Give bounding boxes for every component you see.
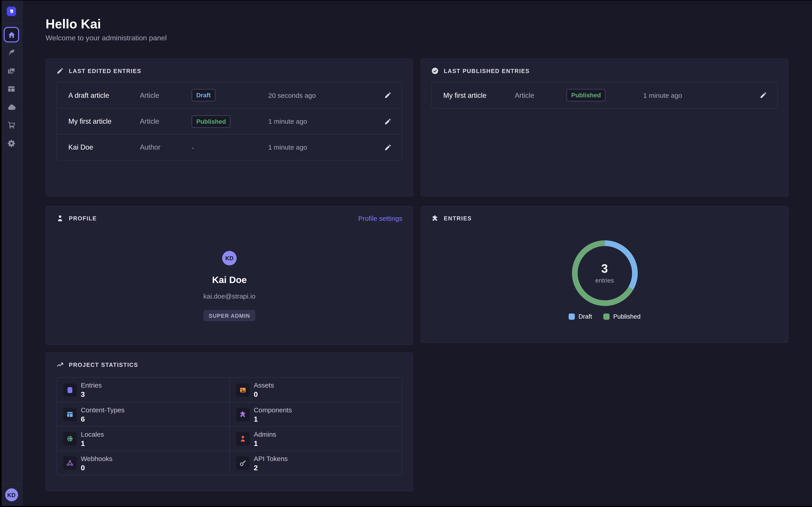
donut-center-label: 3 entries — [421, 262, 788, 284]
stat-value: 0 — [254, 390, 274, 398]
table-row[interactable]: Kai Doe Author - 1 minute ago — [57, 134, 402, 160]
sidebar-bottom: KD — [0, 483, 23, 507]
table-row[interactable]: My first article Article Published 1 min… — [432, 82, 777, 108]
stat-label: Webhooks — [81, 454, 112, 462]
entry-time: 1 minute ago — [643, 91, 760, 99]
sidebar-item-settings[interactable] — [4, 136, 19, 151]
stat-webhooks: Webhooks 0 — [57, 451, 230, 475]
stat-admins: Admins 1 — [230, 426, 402, 451]
stat-value: 1 — [254, 414, 292, 423]
table-row[interactable]: My first article Article Published 1 min… — [57, 108, 402, 134]
strapi-admin-dashboard: KD Hello Kai Welcome to your administrat… — [0, 0, 812, 507]
sidebar-item-cloud[interactable] — [4, 99, 19, 115]
card-header: ENTRIES — [432, 214, 778, 223]
stat-value: 1 — [81, 439, 104, 447]
entry-type: Article — [140, 117, 192, 125]
table-row[interactable]: A draft article Article Draft 20 seconds… — [57, 82, 402, 108]
profile-body: KD Kai Doe kai.doe@strapi.io SUPER ADMIN — [46, 251, 413, 321]
entry-type: Author — [140, 143, 192, 151]
stat-value: 0 — [81, 463, 112, 471]
sidebar-user-avatar[interactable]: KD — [5, 488, 18, 501]
card-header: PROJECT STATISTICS — [56, 360, 402, 369]
stat-label: API Tokens — [254, 454, 288, 462]
profile-avatar: KD — [222, 251, 237, 266]
stat-label: Components — [254, 406, 292, 413]
stat-assets: Assets 0 — [230, 378, 402, 402]
strapi-logo-glyph — [8, 8, 15, 15]
role-badge: SUPER ADMIN — [204, 310, 255, 321]
entry-status: Draft — [192, 89, 268, 101]
entry-name: My first article — [443, 91, 515, 99]
pencil-icon — [56, 67, 64, 74]
strapi-logo[interactable] — [7, 7, 16, 16]
legend-label: Draft — [578, 313, 592, 320]
entries-card: ENTRIES 3 entries Draft — [420, 206, 789, 343]
stat-label: Assets — [254, 381, 274, 389]
legend-item-draft: Draft — [569, 313, 592, 320]
entry-type: Article — [140, 91, 192, 99]
globe-icon — [63, 432, 77, 446]
entry-time: 1 minute ago — [268, 143, 384, 151]
edit-entry-button[interactable] — [384, 118, 392, 125]
project-statistics-card: PROJECT STATISTICS Entries 3 — [46, 352, 413, 492]
sidebar-item-media-library[interactable] — [4, 63, 19, 79]
profile-card: PROFILE Profile settings KD Kai Doe kai.… — [46, 206, 413, 345]
sidebar-item-content-manager[interactable] — [4, 45, 19, 61]
legend-swatch-published — [603, 314, 610, 320]
feather-icon — [7, 49, 15, 57]
webhook-icon — [63, 456, 77, 470]
sidebar-divider — [0, 23, 23, 23]
sidebar-divider — [0, 483, 23, 484]
profile-name: Kai Doe — [212, 275, 247, 285]
entry-name: My first article — [68, 117, 140, 125]
stats-grid: Entries 3 Assets 0 — [56, 377, 402, 475]
sidebar-item-content-type-builder[interactable] — [4, 81, 19, 97]
last-edited-entries-card: LAST EDITED ENTRIES A draft article Arti… — [46, 58, 413, 196]
entry-status: Published — [192, 115, 268, 127]
card-header: PROFILE Profile settings — [56, 214, 402, 223]
trending-up-icon — [56, 361, 64, 369]
legend-item-published: Published — [603, 313, 641, 320]
entry-type: Article — [515, 91, 567, 99]
home-icon — [7, 31, 15, 39]
database-icon — [63, 383, 77, 397]
puzzle-icon — [432, 215, 439, 222]
edit-entry-button[interactable] — [384, 92, 392, 99]
page-title: Hello Kai — [46, 16, 101, 32]
profile-settings-link[interactable]: Profile settings — [358, 215, 402, 222]
pencil-icon — [760, 92, 767, 99]
card-title: ENTRIES — [444, 215, 472, 222]
sidebar-item-home[interactable] — [4, 27, 19, 42]
entry-status: Published — [567, 89, 643, 101]
window-edge — [0, 0, 812, 0]
check-circle-icon — [432, 67, 439, 74]
entries-count-label: entries — [421, 277, 788, 284]
window-edge — [0, 506, 812, 507]
stat-components: Components 1 — [230, 402, 402, 426]
entry-time: 1 minute ago — [268, 117, 384, 125]
stat-label: Locales — [81, 430, 104, 438]
status-badge: Draft — [192, 89, 215, 101]
card-title: PROFILE — [69, 215, 97, 222]
card-title: PROJECT STATISTICS — [69, 362, 138, 368]
stat-label: Entries — [81, 381, 102, 389]
stat-api-tokens: API Tokens 2 — [230, 451, 402, 475]
legend-swatch-draft — [569, 314, 575, 320]
stat-entries: Entries 3 — [57, 378, 230, 402]
edit-entry-button[interactable] — [760, 92, 767, 99]
stat-value: 1 — [254, 439, 276, 447]
profile-email: kai.doe@strapi.io — [203, 292, 256, 300]
entry-name: Kai Doe — [68, 143, 140, 151]
last-published-entries-card: LAST PUBLISHED ENTRIES My first article … — [420, 58, 789, 196]
stat-label: Admins — [254, 430, 276, 438]
legend-label: Published — [613, 313, 641, 320]
pencil-icon — [384, 92, 392, 99]
stat-label: Content-Types — [81, 406, 124, 413]
cart-icon — [7, 121, 15, 129]
sidebar-item-marketplace[interactable] — [4, 117, 19, 133]
card-header: LAST PUBLISHED ENTRIES — [432, 66, 778, 75]
window-edge — [0, 0, 2, 507]
edit-entry-button[interactable] — [384, 144, 392, 151]
cloud-icon — [7, 103, 16, 112]
chart-legend: Draft Published — [421, 313, 788, 320]
